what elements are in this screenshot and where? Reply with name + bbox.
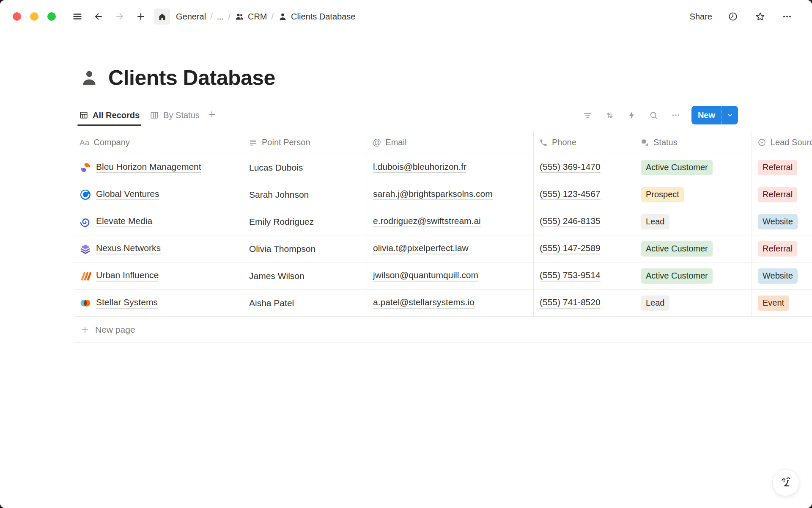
lead-source-badge[interactable]: Referral: [758, 187, 797, 202]
search-icon[interactable]: [645, 107, 663, 123]
notion-ai-face-button[interactable]: [772, 469, 799, 496]
point-person-cell[interactable]: Olivia Thompson: [243, 235, 367, 262]
email-link[interactable]: sarah.j@brightsparksolns.com: [373, 189, 493, 200]
company-page-link[interactable]: Elevate Media: [96, 216, 152, 227]
email-link[interactable]: jwilson@quantumquill.com: [373, 270, 478, 282]
company-cell[interactable]: Urban Influence: [74, 262, 243, 289]
lead-source-cell[interactable]: Referral: [752, 154, 812, 181]
new-button-label[interactable]: New: [691, 106, 721, 124]
company-page-link[interactable]: Stellar Systems: [96, 297, 158, 309]
lead-source-cell[interactable]: Referral: [752, 181, 812, 208]
tab-all-records[interactable]: All Records: [74, 105, 145, 126]
email-cell[interactable]: e.rodriguez@swiftstream.ai: [367, 208, 534, 235]
more-ellipsis-icon[interactable]: [779, 8, 795, 25]
column-header-company[interactable]: Aa Company: [74, 131, 243, 154]
status-badge[interactable]: Lead: [641, 214, 669, 229]
phone-link[interactable]: (555) 123-4567: [540, 189, 601, 200]
status-badge[interactable]: Active Customer: [641, 268, 713, 284]
company-cell[interactable]: Nexus Networks: [74, 235, 243, 262]
column-header-email[interactable]: @ Email: [367, 131, 534, 154]
company-page-link[interactable]: Bleu Horizon Management: [96, 162, 201, 173]
status-badge[interactable]: Prospect: [641, 187, 684, 202]
phone-cell[interactable]: (555) 123-4567: [534, 181, 635, 208]
share-button[interactable]: Share: [686, 9, 716, 24]
lead-source-badge[interactable]: Referral: [758, 241, 797, 257]
minimize-window-button[interactable]: [30, 12, 38, 21]
filter-icon[interactable]: [579, 107, 597, 123]
company-page-link[interactable]: Urban Influence: [96, 270, 159, 282]
status-cell[interactable]: Lead: [635, 290, 752, 316]
company-cell[interactable]: Global Ventures: [74, 181, 243, 208]
clock-icon[interactable]: [725, 8, 741, 25]
tab-by-status[interactable]: By Status: [145, 105, 205, 126]
point-person-cell[interactable]: Emily Rodriguez: [243, 208, 367, 235]
new-tab-plus-icon[interactable]: [133, 8, 149, 25]
phone-cell[interactable]: (555) 753-9514: [534, 262, 635, 289]
email-cell[interactable]: jwilson@quantumquill.com: [367, 262, 534, 289]
status-badge[interactable]: Active Customer: [641, 241, 713, 257]
new-record-button[interactable]: New: [691, 106, 738, 124]
phone-link[interactable]: (555) 147-2589: [540, 243, 601, 254]
status-cell[interactable]: Active Customer: [635, 262, 752, 289]
column-header-point-person[interactable]: Point Person: [243, 131, 367, 154]
lightning-icon[interactable]: [623, 107, 641, 123]
breadcrumb-item-clients-database[interactable]: Clients Database: [278, 12, 355, 22]
phone-cell[interactable]: (555) 246-8135: [534, 208, 635, 235]
forward-arrow-icon[interactable]: [112, 8, 128, 25]
back-arrow-icon[interactable]: [91, 8, 107, 25]
phone-link[interactable]: (555) 246-8135: [540, 216, 601, 227]
add-view-plus-icon[interactable]: [207, 110, 217, 121]
breadcrumb-item-crm[interactable]: CRM: [235, 12, 267, 22]
lead-source-cell[interactable]: Website: [752, 208, 812, 235]
lead-source-badge[interactable]: Website: [758, 268, 798, 284]
phone-cell[interactable]: (555) 741-8520: [534, 290, 635, 316]
email-cell[interactable]: olivia.t@pixelperfect.law: [367, 235, 534, 262]
new-page-row[interactable]: New page: [74, 317, 812, 343]
home-icon[interactable]: [154, 8, 170, 25]
status-cell[interactable]: Active Customer: [635, 154, 752, 181]
company-cell[interactable]: Elevate Media: [74, 208, 243, 235]
column-header-status[interactable]: Status: [635, 131, 752, 154]
column-header-phone[interactable]: Phone: [534, 131, 635, 154]
lead-source-cell[interactable]: Referral: [752, 235, 812, 262]
chevron-down-icon[interactable]: [721, 106, 738, 124]
company-page-link[interactable]: Nexus Networks: [96, 243, 161, 254]
view-more-ellipsis-icon[interactable]: [667, 107, 685, 123]
phone-cell[interactable]: (555) 369-1470: [534, 154, 635, 181]
lead-source-cell[interactable]: Website: [752, 262, 812, 289]
company-cell[interactable]: Stellar Systems: [74, 290, 243, 316]
phone-link[interactable]: (555) 741-8520: [540, 297, 601, 309]
phone-link[interactable]: (555) 369-1470: [540, 162, 601, 173]
point-person-cell[interactable]: James Wilson: [243, 262, 367, 289]
page-person-icon[interactable]: [80, 68, 99, 88]
lead-source-badge[interactable]: Website: [758, 214, 798, 229]
email-link[interactable]: a.patel@stellarsystems.io: [373, 297, 475, 309]
status-badge[interactable]: Active Customer: [641, 160, 713, 175]
status-cell[interactable]: Active Customer: [635, 235, 752, 262]
email-link[interactable]: olivia.t@pixelperfect.law: [373, 243, 469, 254]
sort-icon[interactable]: [601, 107, 619, 123]
phone-link[interactable]: (555) 753-9514: [540, 270, 601, 282]
status-badge[interactable]: Lead: [641, 295, 669, 311]
column-header-lead-source[interactable]: Lead Source: [752, 131, 812, 154]
zoom-window-button[interactable]: [47, 12, 56, 21]
email-cell[interactable]: sarah.j@brightsparksolns.com: [367, 181, 534, 208]
lead-source-badge[interactable]: Event: [758, 295, 789, 311]
status-cell[interactable]: Prospect: [635, 181, 752, 208]
company-page-link[interactable]: Global Ventures: [96, 189, 159, 200]
email-cell[interactable]: a.patel@stellarsystems.io: [367, 290, 534, 316]
point-person-cell[interactable]: Lucas Dubois: [243, 154, 367, 181]
phone-cell[interactable]: (555) 147-2589: [534, 235, 635, 262]
email-cell[interactable]: l.dubois@bleuhorizon.fr: [367, 154, 534, 181]
point-person-cell[interactable]: Sarah Johnson: [243, 181, 367, 208]
email-link[interactable]: e.rodriguez@swiftstream.ai: [373, 216, 481, 227]
close-window-button[interactable]: [13, 12, 21, 21]
point-person-cell[interactable]: Aisha Patel: [243, 290, 367, 316]
breadcrumb-item-ellipsis[interactable]: ...: [217, 12, 224, 22]
company-cell[interactable]: Bleu Horizon Management: [74, 154, 243, 181]
breadcrumb-item-general[interactable]: General: [176, 12, 206, 22]
lead-source-badge[interactable]: Referral: [758, 160, 797, 175]
status-cell[interactable]: Lead: [635, 208, 752, 235]
email-link[interactable]: l.dubois@bleuhorizon.fr: [373, 162, 466, 173]
sidebar-toggle-icon[interactable]: [69, 8, 85, 25]
